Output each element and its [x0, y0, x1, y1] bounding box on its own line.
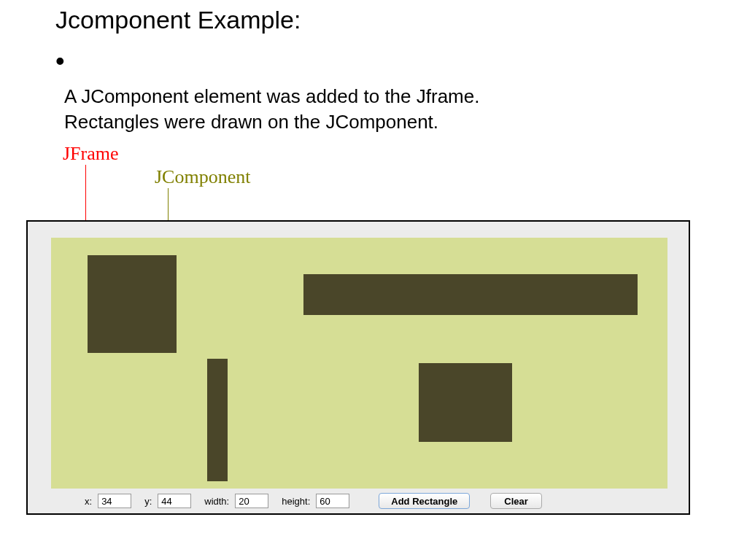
jcomponent-label: JComponent — [155, 166, 250, 188]
jframe-label: JFrame — [63, 143, 119, 165]
width-label: width: — [204, 496, 229, 507]
description-text: A JComponent element was added to the Jf… — [64, 84, 479, 135]
jcomponent-panel — [51, 238, 667, 489]
slide-title: Jcomponent Example: — [55, 6, 301, 34]
description-line-1: A JComponent element was added to the Jf… — [64, 84, 479, 109]
y-label: y: — [144, 496, 152, 507]
jframe-window: x: y: width: height: Add Rectangle Clear — [26, 220, 690, 515]
drawn-rectangle — [88, 255, 177, 353]
jframe-pointer-line — [85, 165, 86, 220]
height-input[interactable] — [316, 494, 349, 508]
description-line-2: Rectangles were drawn on the JComponent. — [64, 109, 479, 135]
x-label: x: — [85, 496, 92, 507]
drawn-rectangle — [419, 363, 512, 442]
add-rectangle-button[interactable]: Add Rectangle — [379, 493, 470, 509]
bullet-point: • — [55, 55, 65, 68]
y-input[interactable] — [158, 494, 191, 508]
controls-bar: x: y: width: height: Add Rectangle Clear — [28, 489, 689, 513]
x-input[interactable] — [98, 494, 131, 508]
clear-button[interactable]: Clear — [490, 493, 542, 509]
drawn-rectangle — [303, 274, 638, 315]
drawn-rectangle — [207, 359, 228, 481]
height-label: height: — [282, 496, 310, 507]
width-input[interactable] — [235, 494, 268, 508]
